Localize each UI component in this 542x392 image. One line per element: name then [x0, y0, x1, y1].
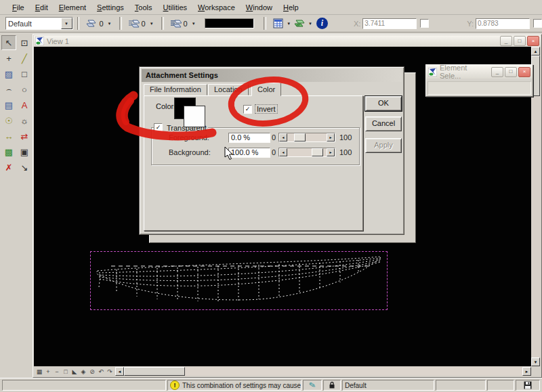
x-lock-checkbox[interactable]: [420, 19, 429, 28]
info-icon[interactable]: i: [316, 18, 328, 29]
ok-button[interactable]: OK: [365, 96, 402, 111]
level-filter-icon[interactable]: [128, 19, 140, 28]
menu-tools[interactable]: Tools: [129, 2, 158, 13]
status-pen-panel[interactable]: ✎: [303, 380, 322, 391]
background-color-swatch[interactable]: [184, 106, 205, 127]
tag-tool[interactable]: ☉: [1, 113, 16, 128]
background-value-field[interactable]: 100.0 %: [228, 148, 270, 158]
invert-label[interactable]: Invert: [255, 104, 278, 114]
text-tool[interactable]: A: [17, 97, 32, 112]
menu-help[interactable]: Help: [278, 2, 304, 13]
slider-right-arrow-icon[interactable]: ►: [327, 133, 335, 141]
level-display-icon[interactable]: [170, 19, 182, 28]
menu-edit[interactable]: Edit: [30, 2, 54, 13]
background-slider-track[interactable]: [287, 148, 327, 156]
fence-tool[interactable]: ⊡: [17, 35, 32, 50]
y-coordinate-input[interactable]: [476, 18, 530, 29]
polygon-tool[interactable]: □: [17, 66, 32, 81]
menu-element[interactable]: Element: [54, 2, 91, 13]
element-selection-title-bar[interactable]: Element Sele... _ □ ×: [426, 65, 533, 79]
view-next-icon[interactable]: ↷: [106, 368, 114, 375]
view-title-bar[interactable]: View 1 _ □ ×: [34, 35, 541, 47]
status-tool-panel: [2, 380, 166, 391]
menu-workspace[interactable]: Workspace: [192, 2, 241, 13]
cell-tool[interactable]: ▤: [1, 97, 16, 112]
level-stack-icon[interactable]: [85, 19, 97, 28]
modify-tool[interactable]: ☼: [17, 113, 32, 128]
view-attributes-arrow-icon[interactable]: ▼: [285, 20, 292, 27]
manipulate-tool[interactable]: ▣: [17, 144, 32, 159]
element-selection-maximize-button[interactable]: □: [505, 67, 517, 77]
view-minimize-button[interactable]: _: [500, 36, 512, 46]
linear-tool[interactable]: ╱: [17, 51, 32, 66]
level-dropdown-arrow-icon[interactable]: ▼: [106, 20, 113, 27]
rotate-view-icon[interactable]: ◈: [79, 368, 87, 375]
zoom-in-icon[interactable]: +: [44, 368, 52, 375]
status-lock-panel[interactable]: [323, 380, 341, 391]
models-arrow-icon[interactable]: ▼: [307, 20, 314, 27]
slider-right-arrow-icon[interactable]: ►: [327, 148, 335, 156]
dimension-tool[interactable]: ↔: [1, 129, 16, 144]
scroll-left-icon[interactable]: ◄: [115, 367, 124, 376]
view-restore-button[interactable]: □: [514, 36, 526, 46]
x-coordinate-input[interactable]: [362, 18, 417, 29]
update-view-icon[interactable]: ▦: [35, 368, 43, 375]
scroll-up-icon[interactable]: ▲: [531, 47, 540, 56]
horizontal-scroll-track[interactable]: [124, 367, 522, 376]
status-snap-panel[interactable]: [436, 380, 486, 391]
zoom-out-icon[interactable]: −: [53, 368, 61, 375]
active-style-dropdown[interactable]: Default ▼: [5, 17, 73, 30]
foreground-value-field[interactable]: 0.0 %: [228, 133, 270, 143]
pattern-tool[interactable]: ▨: [1, 66, 16, 81]
warning-icon[interactable]: !: [170, 380, 180, 390]
cancel-button[interactable]: Cancel: [365, 116, 402, 131]
background-slider[interactable]: ◄ ►: [278, 148, 335, 157]
slider-left-arrow-icon[interactable]: ◄: [279, 133, 287, 141]
change-attributes-tool[interactable]: ▩: [1, 144, 16, 159]
element-selection-minimize-button[interactable]: _: [491, 67, 503, 77]
menu-window[interactable]: Window: [241, 2, 278, 13]
menu-file[interactable]: File: [7, 2, 30, 13]
element-selection-tool[interactable]: ↖: [1, 35, 16, 50]
element-selection-close-button[interactable]: ×: [518, 67, 530, 77]
fit-view-icon[interactable]: ◣: [70, 368, 79, 375]
delete-element-tool[interactable]: ✗: [1, 160, 16, 175]
tab-location[interactable]: Location: [208, 84, 249, 95]
y-lock-checkbox[interactable]: [533, 19, 542, 28]
tab-color[interactable]: Color: [251, 83, 281, 96]
models-button[interactable]: [292, 17, 307, 30]
view-attributes-button[interactable]: [270, 17, 285, 30]
measure-tool[interactable]: ⇄: [17, 129, 32, 144]
arc-tool[interactable]: ⌢: [1, 82, 16, 97]
window-area-icon[interactable]: □: [62, 368, 70, 375]
background-slider-thumb[interactable]: [312, 148, 323, 156]
line-style-preview[interactable]: [205, 18, 255, 28]
scroll-down-icon[interactable]: ▼: [531, 357, 540, 366]
view-previous-icon[interactable]: ↶: [97, 368, 105, 375]
view-close-button[interactable]: ×: [527, 36, 539, 46]
status-selection-panel[interactable]: [487, 380, 514, 391]
style-dropdown-arrow-icon[interactable]: ▼: [61, 18, 72, 29]
point-tool[interactable]: +: [1, 51, 16, 66]
menu-settings[interactable]: Settings: [91, 2, 129, 13]
scroll-right-icon[interactable]: ►: [522, 367, 531, 376]
menu-utilities[interactable]: Utilities: [158, 2, 192, 13]
raster-attachment-selection[interactable]: [90, 251, 388, 310]
view-title: View 1: [47, 37, 499, 45]
view-window-tool[interactable]: ↘: [17, 160, 32, 175]
foreground-slider[interactable]: ◄ ►: [278, 133, 335, 142]
color-dropdown-arrow-icon[interactable]: ▼: [148, 20, 155, 27]
tab-file-information[interactable]: File Information: [144, 84, 207, 95]
transparent-checkbox[interactable]: ✓: [154, 123, 163, 132]
pan-view-icon[interactable]: ⊘: [88, 368, 96, 375]
ellipse-tool[interactable]: ○: [17, 82, 32, 97]
slider-left-arrow-icon[interactable]: ◄: [279, 148, 287, 156]
invert-checkbox[interactable]: ✓: [243, 105, 252, 114]
horizontal-scroll-thumb[interactable]: [124, 367, 185, 376]
status-workmode-panel[interactable]: Default: [342, 380, 434, 391]
weight-dropdown-arrow-icon[interactable]: ▼: [190, 20, 197, 27]
status-save-panel[interactable]: [516, 380, 540, 391]
dialog-title-bar[interactable]: Attachment Settings: [142, 69, 402, 82]
foreground-slider-track[interactable]: [287, 133, 327, 141]
foreground-slider-thumb[interactable]: [294, 133, 306, 141]
